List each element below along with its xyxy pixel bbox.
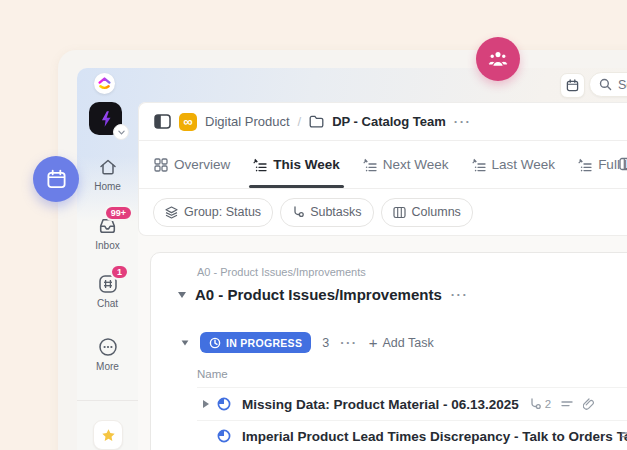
status-group-header: IN PROGRESS 3 ··· + Add Task bbox=[181, 332, 627, 353]
status-badge[interactable]: IN PROGRESS bbox=[200, 332, 311, 353]
sidebar-item-inbox[interactable]: 99+ Inbox bbox=[77, 214, 138, 251]
table-row[interactable]: Missing Data: Product Material - 06.13.2… bbox=[151, 388, 627, 420]
status-more-button[interactable]: ··· bbox=[340, 335, 358, 350]
attachment-indicator bbox=[583, 398, 595, 410]
search-text: Se bbox=[618, 78, 627, 92]
search-input[interactable]: Se bbox=[589, 72, 627, 97]
house-icon bbox=[97, 156, 119, 178]
inbox-badge: 99+ bbox=[104, 205, 133, 221]
chip-label: Columns bbox=[412, 205, 461, 219]
tab-board-partial[interactable] bbox=[619, 157, 627, 171]
sidebar-divider bbox=[77, 400, 138, 401]
space-avatar[interactable]: ∞ bbox=[179, 113, 197, 131]
tab-label: Last Week bbox=[492, 157, 556, 172]
task-title[interactable]: Missing Data: Product Material - 06.13.2… bbox=[242, 397, 519, 412]
layers-icon bbox=[165, 206, 178, 219]
tab-next-week[interactable]: Next Week bbox=[363, 141, 449, 188]
sidebar-item-chat[interactable]: 1 Chat bbox=[77, 273, 138, 309]
people-fab-button[interactable] bbox=[476, 37, 520, 81]
expand-arrow-icon[interactable] bbox=[203, 400, 209, 408]
clock-icon bbox=[209, 337, 221, 349]
grid-icon bbox=[154, 158, 168, 172]
chevron-down-icon bbox=[118, 130, 125, 135]
breadcrumb: ∞ Digital Product / DP - Catalog Team ··… bbox=[139, 103, 627, 141]
status-label: IN PROGRESS bbox=[226, 337, 302, 349]
sidebar-item-label: Inbox bbox=[95, 240, 119, 251]
pinned-list-icon bbox=[363, 158, 377, 172]
magnifier-icon bbox=[599, 78, 612, 91]
pinned-list-icon bbox=[472, 158, 486, 172]
breadcrumb-separator: / bbox=[298, 114, 302, 129]
tab-this-week[interactable]: This Week bbox=[253, 141, 340, 188]
task-table: Missing Data: Product Material - 06.13.2… bbox=[151, 388, 627, 450]
subtask-count-value: 2 bbox=[545, 398, 551, 410]
chip-label: Subtasks bbox=[310, 205, 361, 219]
sidebar-item-label: More bbox=[96, 361, 119, 372]
pinned-list-icon bbox=[253, 158, 267, 172]
people-group-icon bbox=[487, 49, 509, 69]
subtask-count: 2 bbox=[529, 398, 551, 410]
lines-icon bbox=[561, 399, 573, 409]
lines-icon bbox=[621, 430, 627, 440]
add-task-button[interactable]: + Add Task bbox=[369, 335, 434, 350]
sidebar-item-more[interactable]: More bbox=[77, 336, 138, 372]
columns-icon bbox=[393, 206, 406, 219]
breadcrumb-list[interactable]: DP - Catalog Team bbox=[332, 114, 446, 129]
group-path: A0 - Product Issues/Improvements bbox=[197, 266, 627, 278]
sidebar-item-home[interactable]: Home bbox=[77, 156, 138, 192]
branch-icon bbox=[292, 206, 304, 218]
workspace-switcher-button[interactable] bbox=[113, 124, 129, 140]
group-title[interactable]: A0 - Product Issues/Improvements bbox=[195, 286, 442, 303]
star-icon bbox=[101, 428, 116, 443]
task-title[interactable]: Imperial Product Lead Times Discrepancy … bbox=[242, 429, 627, 444]
tab-label: Overview bbox=[174, 157, 230, 172]
status-in-progress-icon[interactable] bbox=[217, 397, 231, 411]
favorites-button[interactable] bbox=[93, 420, 123, 450]
infinity-icon: ∞ bbox=[183, 115, 192, 128]
breadcrumb-space[interactable]: Digital Product bbox=[205, 114, 290, 129]
description-indicator bbox=[621, 430, 627, 440]
topbar: Se bbox=[77, 68, 627, 102]
breadcrumb-more-button[interactable]: ··· bbox=[454, 114, 472, 129]
main-panel: ∞ Digital Product / DP - Catalog Team ··… bbox=[138, 102, 627, 450]
pinned-list-icon bbox=[578, 158, 592, 172]
group-header: A0 - Product Issues/Improvements ··· bbox=[178, 286, 627, 303]
calendar-icon bbox=[566, 79, 579, 92]
lightning-bolt-icon bbox=[97, 110, 115, 128]
group-status-chip[interactable]: Group: Status bbox=[153, 198, 273, 227]
caret-down-icon[interactable] bbox=[182, 340, 189, 345]
group-more-button[interactable]: ··· bbox=[451, 287, 469, 302]
task-count: 3 bbox=[322, 336, 329, 350]
description-indicator bbox=[561, 399, 573, 409]
tab-overview[interactable]: Overview bbox=[154, 141, 230, 188]
name-column-header: Name bbox=[197, 368, 627, 388]
calendar-icon bbox=[46, 169, 67, 190]
chat-badge: 1 bbox=[110, 264, 129, 280]
app-window: Se Home 99+ bbox=[77, 68, 627, 450]
tab-label: Next Week bbox=[383, 157, 449, 172]
view-tabs: Overview This Week bbox=[139, 141, 627, 189]
subtasks-chip[interactable]: Subtasks bbox=[280, 198, 373, 227]
sidebar-item-label: Chat bbox=[97, 298, 118, 309]
calendar-button[interactable] bbox=[560, 73, 585, 98]
panel-left-icon[interactable] bbox=[154, 114, 171, 129]
calendar-fab-button[interactable] bbox=[33, 156, 79, 202]
folder-icon bbox=[309, 115, 324, 128]
paperclip-icon bbox=[583, 398, 595, 410]
ellipsis-icon bbox=[97, 336, 119, 358]
branch-icon bbox=[529, 398, 541, 410]
status-in-progress-icon[interactable] bbox=[217, 429, 231, 443]
plus-icon: + bbox=[369, 335, 378, 350]
clickup-logo[interactable] bbox=[94, 73, 115, 94]
list-group-card: A0 - Product Issues/Improvements A0 - Pr… bbox=[150, 252, 627, 450]
tab-last-week[interactable]: Last Week bbox=[472, 141, 556, 188]
panel-header: ∞ Digital Product / DP - Catalog Team ··… bbox=[138, 102, 627, 236]
sidebar: Home 99+ Inbox 1 Chat bbox=[77, 102, 138, 450]
sidebar-item-label: Home bbox=[94, 181, 121, 192]
filter-bar: Group: Status Subtasks Columns bbox=[139, 189, 627, 235]
board-icon bbox=[619, 157, 627, 171]
table-row[interactable]: Imperial Product Lead Times Discrepancy … bbox=[151, 420, 627, 450]
columns-chip[interactable]: Columns bbox=[381, 198, 473, 227]
tab-label: This Week bbox=[273, 157, 340, 172]
caret-down-icon[interactable] bbox=[178, 292, 186, 298]
